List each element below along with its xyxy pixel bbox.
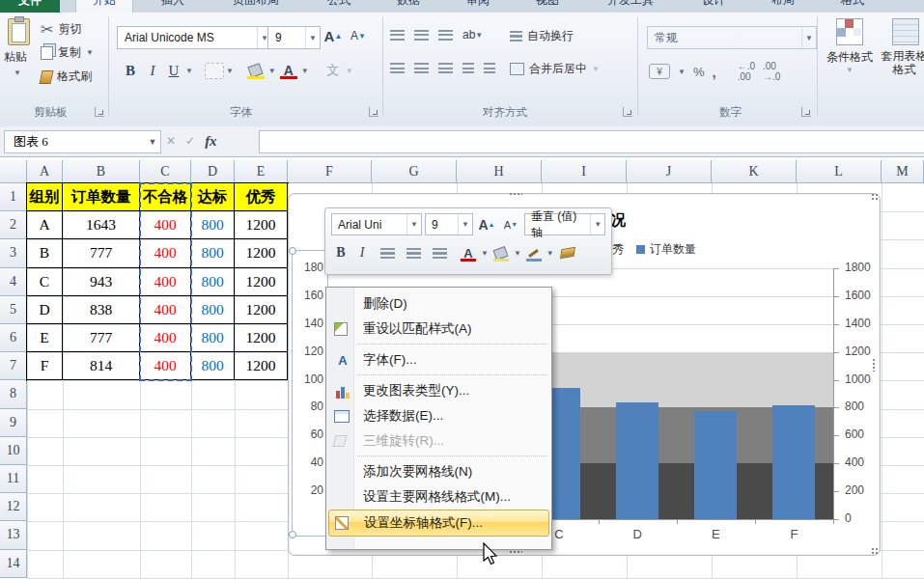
mini-font-name-combo[interactable]: Arial Uni▼ (331, 213, 422, 235)
align-top-icon[interactable] (390, 30, 405, 41)
chart-resize-handle[interactable] (871, 193, 879, 201)
selection-handle[interactable] (289, 247, 296, 255)
underline-dropdown-arrow[interactable]: ▼ (185, 67, 193, 75)
cell-E3[interactable]: 1200 (235, 239, 288, 267)
ribbon-tab-格式[interactable]: 格式 (825, 0, 881, 13)
font-name-combo[interactable]: Arial Unicode MS▼ (117, 26, 272, 49)
clipboard-dialog-launcher[interactable] (95, 107, 104, 117)
paste-dropdown-arrow[interactable]: ▼ (14, 69, 21, 77)
align-left-icon[interactable] (390, 63, 405, 73)
cell-E2[interactable]: 1200 (235, 211, 288, 239)
legend-series-label[interactable]: 订单数量 (650, 241, 696, 258)
ribbon-tab-开始[interactable]: 开始 (75, 0, 133, 13)
row-header-3[interactable]: 3 (0, 239, 27, 267)
row-header-6[interactable]: 6 (0, 324, 27, 352)
column-header-I[interactable]: I (542, 160, 627, 183)
shrink-font-button[interactable]: A▼ (347, 25, 370, 46)
cell-E6[interactable]: 1200 (235, 324, 288, 352)
conditional-formatting-button[interactable]: 条件格式 ▼ (823, 18, 877, 74)
menu-item-选择数据E[interactable]: 选择数据(E)... (328, 403, 549, 428)
cell-A6[interactable]: E (27, 324, 63, 352)
ribbon-tab-插入[interactable]: 插入 (145, 0, 201, 13)
format-painter-button[interactable]: 格式刷 (41, 69, 92, 85)
mini-align-left-icon[interactable] (380, 248, 395, 259)
ribbon-tab-视图[interactable]: 视图 (519, 0, 575, 13)
borders-icon[interactable] (205, 63, 224, 79)
cell-E5[interactable]: 1200 (235, 296, 288, 324)
bar-E[interactable] (694, 411, 737, 519)
row-header-1[interactable]: 1 (0, 183, 27, 211)
mini-bold-button[interactable]: B (331, 243, 350, 262)
column-header-M[interactable]: M (882, 160, 924, 183)
menu-item-重设以匹配样式A[interactable]: 重设以匹配样式(A) (328, 317, 549, 342)
column-header-L[interactable]: L (797, 160, 882, 183)
cell-E4[interactable]: 1200 (235, 268, 288, 296)
row-header-8[interactable]: 8 (0, 380, 27, 408)
mini-font-color-arrow[interactable]: ▼ (481, 249, 489, 258)
cut-button[interactable]: ✂剪切 (41, 20, 81, 39)
cell-B7[interactable]: 814 (63, 352, 140, 380)
ribbon-tab-数据[interactable]: 数据 (380, 0, 436, 13)
cell-B3[interactable]: 777 (63, 239, 140, 267)
mini-format-painter-button[interactable] (557, 243, 578, 262)
orientation-icon[interactable]: ab▼ (462, 28, 483, 41)
menu-item-更改图表类型Y[interactable]: 更改图表类型(Y)... (328, 378, 549, 403)
cell-A5[interactable]: D (27, 296, 63, 324)
row-header-14[interactable]: 14 (0, 550, 27, 578)
row-header-10[interactable]: 10 (0, 437, 27, 465)
row-header-12[interactable]: 12 (0, 493, 27, 521)
underline-button[interactable]: U (164, 61, 183, 80)
increase-decimal-icon[interactable]: ←.0.00 (738, 61, 755, 82)
chart-title-partial[interactable]: 况 (611, 211, 626, 230)
insert-function-icon[interactable]: fx (205, 133, 217, 150)
column-header-G[interactable]: G (372, 160, 457, 183)
cell-A4[interactable]: C (27, 268, 63, 296)
mini-font-color-button[interactable]: A (459, 243, 478, 262)
row-header-13[interactable]: 13 (0, 521, 27, 549)
column-header-H[interactable]: H (457, 160, 542, 183)
column-header-K[interactable]: K (712, 160, 797, 183)
column-header-A[interactable]: A (27, 160, 63, 183)
cell-D7[interactable]: 800 (191, 352, 235, 380)
chart-resize-handle[interactable] (509, 550, 522, 555)
menu-item-删除D[interactable]: 删除(D) (328, 291, 549, 317)
mini-grow-font-button[interactable]: A▲ (476, 215, 497, 234)
grow-font-button[interactable]: A▲ (322, 25, 345, 46)
chevron-down-icon[interactable]: ▼ (305, 27, 320, 48)
borders-dropdown-arrow[interactable]: ▼ (226, 67, 234, 75)
cell-E7[interactable]: 1200 (235, 352, 288, 380)
percent-icon[interactable]: % (693, 65, 705, 79)
menu-item-设置主要网格线格式M[interactable]: 设置主要网格线格式(M)... (328, 484, 549, 510)
cell-D6[interactable]: 800 (191, 324, 235, 352)
column-header-F[interactable]: F (288, 160, 372, 183)
increase-indent-icon[interactable] (484, 63, 495, 73)
align-right-icon[interactable] (438, 63, 453, 73)
chart-element-combo[interactable]: 垂直 (值) 轴▼ (524, 213, 605, 235)
font-color-dropdown-arrow[interactable]: ▼ (301, 67, 309, 75)
bold-button[interactable]: B (120, 61, 141, 80)
merge-center-button[interactable]: 合并后居中▼ (510, 61, 600, 77)
name-box[interactable]: 图表 6▼ (4, 130, 161, 153)
wrap-text-button[interactable]: 自动换行 (510, 28, 574, 44)
font-color-button[interactable]: A (278, 61, 299, 80)
align-middle-icon[interactable] (414, 30, 429, 41)
copy-button[interactable]: 复制▼ (41, 44, 94, 61)
paste-button[interactable]: 粘贴 ▼ (2, 18, 35, 92)
row-header-4[interactable]: 4 (0, 268, 27, 296)
column-header-D[interactable]: D (191, 160, 235, 183)
ribbon-tab-审阅[interactable]: 审阅 (450, 0, 506, 13)
ribbon-tab-页面布局[interactable]: 页面布局 (214, 0, 297, 13)
number-dialog-launcher[interactable] (801, 107, 811, 117)
alignment-dialog-launcher[interactable] (623, 107, 632, 117)
font-dialog-launcher[interactable] (369, 107, 378, 117)
cell-B4[interactable]: 943 (63, 268, 140, 296)
ribbon-tab-开发工具[interactable]: 开发工具 (589, 0, 672, 13)
column-header-E[interactable]: E (235, 160, 288, 183)
menu-item-字体F[interactable]: A字体(F)... (328, 347, 549, 372)
cell-B6[interactable]: 777 (63, 324, 140, 352)
mini-shrink-font-button[interactable]: A▼ (500, 215, 521, 234)
bar-D[interactable] (616, 402, 658, 519)
chart-resize-handle[interactable] (871, 547, 879, 555)
column-header-J[interactable]: J (627, 160, 712, 183)
ribbon-tab-设计[interactable]: 设计 (686, 0, 742, 13)
